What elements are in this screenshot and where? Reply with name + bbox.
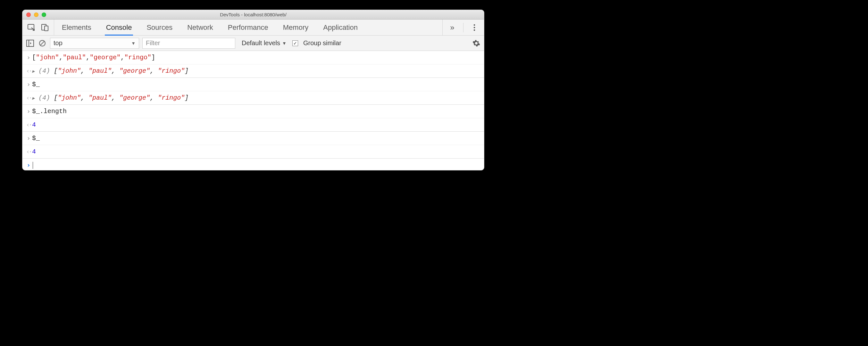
token-punct: , — [86, 54, 90, 61]
input-chevron-icon: › — [25, 107, 32, 116]
token-punct: ] — [151, 54, 155, 61]
row-content — [32, 160, 481, 170]
log-levels-label: Default levels — [242, 39, 280, 47]
svg-rect-2 — [44, 26, 48, 31]
row-content: ▶(4) ["john", "paul", "george", "ringo"] — [32, 66, 481, 75]
console-filter-input[interactable] — [142, 38, 235, 49]
svg-line-9 — [40, 41, 44, 45]
row-content: ["john","paul","george","ringo"] — [32, 53, 481, 62]
row-content: 4 — [32, 120, 481, 129]
log-levels-selector[interactable]: Default levels ▼ — [239, 39, 286, 47]
token-str: "george" — [90, 54, 121, 61]
array-length-hint: (4) — [38, 67, 54, 75]
execution-context-value: top — [54, 39, 62, 47]
tab-sources[interactable]: Sources — [147, 20, 173, 35]
row-content: $_.length — [32, 107, 481, 116]
token-num: 4 — [32, 121, 36, 128]
inspect-element-icon[interactable] — [27, 23, 36, 32]
console-input-row: ›$_ — [23, 78, 484, 91]
console-prompt-row[interactable]: › — [23, 159, 484, 170]
more-tabs-icon[interactable]: » — [448, 23, 457, 32]
token-num: 4 — [32, 148, 36, 155]
toggle-device-toolbar-icon[interactable] — [40, 23, 49, 32]
row-content: ▶(4) ["john", "paul", "george", "ringo"] — [32, 93, 481, 102]
svg-rect-0 — [28, 24, 34, 29]
console-output[interactable]: ›["john","paul","george","ringo"]‹·▶(4) … — [23, 51, 484, 170]
console-output-row: ‹·4 — [23, 118, 484, 132]
console-output-row: ‹·▶(4) ["john", "paul", "george", "ringo… — [23, 64, 484, 78]
row-content: $_ — [32, 80, 481, 89]
token-punct: , — [112, 67, 119, 75]
token-str: "ringo" — [158, 67, 185, 75]
window-titlebar: DevTools - localhost:8080/web/ — [23, 10, 484, 20]
row-content: 4 — [32, 147, 481, 156]
text-caret — [33, 162, 33, 169]
clear-console-icon[interactable] — [38, 39, 47, 48]
token-str: "george" — [119, 67, 150, 75]
token-str: "john" — [36, 54, 59, 61]
disclosure-triangle-icon[interactable]: ▶ — [32, 95, 37, 101]
tab-performance[interactable]: Performance — [228, 20, 268, 35]
token-punct: , — [112, 94, 119, 101]
token-punct: , — [150, 94, 158, 101]
console-input-row: ›["john","paul","george","ringo"] — [23, 51, 484, 64]
divider — [463, 23, 464, 32]
console-toolbar: top ▼ Default levels ▼ ✓ Group similar — [23, 36, 484, 51]
input-chevron-icon: › — [25, 80, 32, 89]
token-str: "john" — [58, 94, 81, 101]
svg-point-4 — [474, 27, 475, 28]
output-chevron-icon: ‹· — [25, 120, 32, 129]
tab-elements[interactable]: Elements — [62, 20, 91, 35]
group-similar-checkbox[interactable]: ✓ — [292, 40, 298, 46]
token-plain: $_ — [32, 134, 40, 142]
toggle-console-sidebar-icon[interactable] — [26, 39, 35, 48]
console-input-row: ›$_ — [23, 132, 484, 145]
token-str: "paul" — [89, 67, 112, 75]
token-punct: [ — [54, 67, 58, 75]
console-output-row: ‹·4 — [23, 145, 484, 159]
console-settings-icon[interactable] — [472, 39, 481, 48]
token-plain: $_ — [32, 81, 40, 88]
tab-memory[interactable]: Memory — [283, 20, 308, 35]
kebab-menu-icon[interactable] — [470, 23, 479, 32]
svg-point-5 — [474, 29, 475, 31]
chevron-down-icon: ▼ — [282, 41, 286, 46]
tab-network[interactable]: Network — [187, 20, 213, 35]
execution-context-selector[interactable]: top ▼ — [50, 38, 139, 49]
token-punct: , — [121, 54, 124, 61]
token-str: "john" — [58, 67, 81, 75]
output-chevron-icon: ‹· — [25, 93, 32, 102]
token-str: "paul" — [89, 94, 112, 101]
token-punct: ] — [185, 67, 188, 75]
window-title: DevTools - localhost:8080/web/ — [23, 12, 484, 17]
token-punct: , — [81, 67, 89, 75]
token-punct: , — [81, 94, 89, 101]
array-length-hint: (4) — [38, 94, 54, 101]
row-content: $_ — [32, 134, 481, 143]
prompt-chevron-icon: › — [25, 160, 32, 170]
token-str: "ringo" — [158, 94, 185, 101]
token-plain: $_.length — [32, 108, 67, 115]
token-punct: [ — [54, 94, 58, 101]
token-punct: ] — [185, 94, 188, 101]
token-str: "ringo" — [124, 54, 151, 61]
input-chevron-icon: › — [25, 53, 32, 62]
tab-console[interactable]: Console — [106, 20, 132, 35]
panel-tabs: ElementsConsoleSourcesNetworkPerformance… — [54, 20, 442, 35]
disclosure-triangle-icon[interactable]: ▶ — [32, 68, 37, 75]
toolbar-right-group: » — [442, 20, 484, 35]
svg-point-3 — [474, 24, 475, 26]
toolbar-left-group — [23, 20, 54, 35]
console-input-row: ›$_.length — [23, 105, 484, 118]
token-punct: , — [59, 54, 63, 61]
group-similar-label: Group similar — [303, 39, 341, 47]
main-toolbar: ElementsConsoleSourcesNetworkPerformance… — [23, 20, 484, 36]
devtools-window: DevTools - localhost:8080/web/ E — [22, 10, 484, 170]
token-punct: , — [150, 67, 158, 75]
input-chevron-icon: › — [25, 134, 32, 143]
tab-application[interactable]: Application — [323, 20, 358, 35]
token-punct: [ — [32, 54, 36, 61]
output-chevron-icon: ‹· — [25, 147, 32, 156]
output-chevron-icon: ‹· — [25, 66, 32, 75]
chevron-down-icon: ▼ — [131, 41, 135, 46]
